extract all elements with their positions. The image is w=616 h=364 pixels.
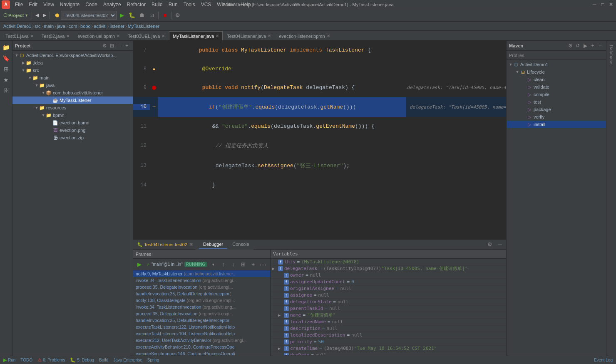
breakpoint-9[interactable] (152, 86, 156, 90)
tab-test01[interactable]: Test01.java ✕ (2, 31, 37, 40)
frame-item-3[interactable]: handleInvocation:25, DefaultDelegateInte… (133, 290, 270, 297)
tree-item-evection-zip[interactable]: 🗜 evection.zip (12, 134, 133, 141)
frame-item-9[interactable]: executeTaskListeners:104, ListenerNotifi… (133, 330, 270, 337)
step-up-btn[interactable]: ↑ (219, 260, 228, 269)
frame-item-10[interactable]: execute:212, UserTaskActivityBehavior (o… (133, 337, 270, 344)
tab-test04listener-close[interactable]: ✕ (268, 34, 271, 38)
maven-tree-validate[interactable]: ▷ validate (507, 83, 606, 91)
profile-button[interactable]: ⊿ (147, 11, 156, 20)
toolbar-project-btn[interactable]: ⬡ Project ▼ (2, 11, 30, 20)
java-enterprise-status-btn[interactable]: Java Enterprise (113, 358, 142, 362)
maven-collapse-btn[interactable]: − (597, 42, 604, 49)
menu-edit[interactable]: Edit (26, 1, 40, 8)
frame-item-6[interactable]: proceed:35, DelegateInvocation (org.acti… (133, 310, 270, 317)
maven-tree-package[interactable]: ▷ package (507, 106, 606, 113)
breadcrumb-java[interactable]: java (57, 24, 65, 29)
tab-test04listener[interactable]: Test04Listener.java ✕ (223, 31, 275, 40)
frame-item-0[interactable]: notify:9, MyTaskListener (com.bobo.activ… (133, 270, 270, 277)
frame-item-12[interactable]: executeSynchronous:146, ContinueProcessO… (133, 350, 270, 355)
settings-btn[interactable]: ⚙ (173, 11, 182, 20)
minimize-button[interactable]: ─ (591, 1, 598, 8)
tree-item-resources[interactable]: ▼ 📁 resources (12, 104, 133, 111)
maven-tree-lifecycle[interactable]: ▼ ⊞ Lifecycle (507, 68, 606, 76)
maven-refresh-btn[interactable]: ↺ (574, 42, 581, 49)
tab-test01-close[interactable]: ✕ (30, 34, 34, 38)
menu-analyze[interactable]: Analyze (101, 1, 124, 8)
tab-mytasklistener[interactable]: MyTaskListener.java ✕ (169, 31, 223, 40)
tab-mytasklistener-close[interactable]: ✕ (216, 34, 219, 38)
menu-code[interactable]: Code (83, 1, 100, 8)
close-button[interactable]: ✕ (608, 1, 614, 8)
frame-item-2[interactable]: proceed:35, DelegateInvocation (org.acti… (133, 284, 270, 290)
frame-item-11[interactable]: executeActivityBehavior:210, ContinuePro… (133, 344, 270, 350)
frame-item-5[interactable]: invoke:34, TaskListenerInvocation (org.a… (133, 304, 270, 310)
menu-vcs[interactable]: VCS (199, 1, 214, 8)
event-log-btn[interactable]: Event Log (594, 358, 613, 362)
debug-tab-debugger[interactable]: Debugger (199, 240, 227, 249)
breadcrumb-bobo[interactable]: bobo (80, 24, 90, 29)
tree-item-evection-png[interactable]: 🖼 evection.png (12, 126, 133, 134)
maven-tree-compile[interactable]: ▷ compile (507, 91, 606, 98)
breadcrumb-activiti[interactable]: activiti (94, 24, 107, 29)
breadcrumb-activitidemo1[interactable]: ActivitiDemo1 (3, 24, 31, 29)
debug-session-close[interactable]: ✕ (189, 242, 193, 248)
var-expand-ct[interactable]: ▶ (278, 346, 284, 351)
debug-resume-btn[interactable]: ▶ (135, 260, 144, 269)
breadcrumb-mytasklistener[interactable]: MyTaskListener (128, 24, 159, 29)
step-filter-btn[interactable]: ⊞ (238, 260, 248, 269)
coverage-button[interactable]: ☗ (137, 11, 147, 20)
tab-evection-listener[interactable]: evection-listener.bpmn ✕ (275, 31, 333, 40)
maven-tree-clean[interactable]: ▷ clean (507, 76, 606, 83)
frame-item-7[interactable]: handleInvocation:25, DefaultDelegateInte… (133, 317, 270, 324)
maven-settings-btn[interactable]: ⚙ (567, 42, 574, 49)
maven-tree-install[interactable]: ▷ install (507, 121, 606, 128)
project-expand-btn[interactable]: ⊞ (109, 42, 115, 49)
frame-item-4[interactable]: notify:138, ClassDelegate (org.activiti.… (133, 297, 270, 304)
sidebar-persistence-icon[interactable]: 🗄 (1, 86, 11, 96)
sidebar-favorites-icon[interactable]: ★ (1, 75, 11, 85)
menu-view[interactable]: View (41, 1, 57, 8)
frame-item-1[interactable]: invoke:34, TaskListenerInvocation (org.a… (133, 277, 270, 284)
project-minus-btn[interactable]: ─ (116, 42, 123, 49)
right-icon-database[interactable]: Database (608, 42, 615, 67)
tab-test02-close[interactable]: ✕ (66, 34, 70, 38)
tree-item-mytasklistener[interactable]: ☕ MyTaskListener (12, 97, 133, 104)
maven-tree-root[interactable]: ▼ ⬡ ActivitiDemo1 (507, 61, 606, 68)
tree-item-bpmn-folder[interactable]: ▼ 📁 bpmn (12, 111, 133, 119)
run-button[interactable]: ▶ (117, 11, 127, 20)
debug-settings-btn[interactable]: ⚙ (485, 240, 494, 249)
menu-navigate[interactable]: Navigate (57, 1, 82, 8)
sidebar-structure-icon[interactable]: ⊞ (1, 64, 11, 74)
maximize-button[interactable]: □ (599, 1, 606, 8)
tree-item-root[interactable]: ▼ ⬡ ActivitiDemo1 E:\workspace\ActivitiW… (12, 52, 133, 59)
tree-item-src[interactable]: ▼ 📁 src (12, 67, 133, 74)
project-add-btn[interactable]: + (124, 42, 130, 49)
menu-file[interactable]: File (12, 1, 25, 8)
step-down-btn[interactable]: ↓ (229, 260, 238, 269)
build-status-btn[interactable]: Build (99, 358, 108, 362)
breadcrumb-com[interactable]: com (69, 24, 77, 29)
debug-button[interactable]: 🐛 (127, 11, 137, 20)
tree-item-package[interactable]: ▼ 📦 com.bobo.activiti.listener (12, 89, 133, 97)
stop-button[interactable]: ■ (160, 11, 169, 20)
tree-item-java[interactable]: ▼ 📁 java (12, 82, 133, 89)
tab-evection-uel[interactable]: evection-uel.bpmn ✕ (74, 31, 124, 40)
debug-tab-console[interactable]: Console (228, 240, 253, 249)
run-config-select[interactable]: Test04Listener.test02 (61, 11, 117, 20)
sidebar-project-icon[interactable]: 📁 (1, 42, 11, 52)
menu-refactor[interactable]: Refactor (124, 1, 148, 8)
add-frame-btn[interactable]: + (248, 260, 258, 269)
debug-status-btn[interactable]: 5: Debug (77, 358, 94, 362)
tab-test03uel[interactable]: Test03UEL.java ✕ (124, 31, 169, 40)
maven-run-btn[interactable]: ▶ (582, 42, 589, 49)
tab-evection-uel-close[interactable]: ✕ (117, 34, 120, 38)
spring-status-btn[interactable]: Spring (147, 358, 159, 362)
breadcrumb-listener[interactable]: listener (109, 24, 124, 29)
menu-run[interactable]: Run (166, 1, 180, 8)
forward-btn[interactable]: ▶ (41, 11, 48, 20)
tab-evection-listener-close[interactable]: ✕ (327, 34, 330, 38)
menu-build[interactable]: Build (149, 1, 165, 8)
run-status-btn[interactable]: Run (8, 358, 15, 362)
debug-minimize-btn[interactable]: ─ (495, 240, 504, 249)
var-expand-delegatetask[interactable]: ▶ (272, 266, 278, 271)
